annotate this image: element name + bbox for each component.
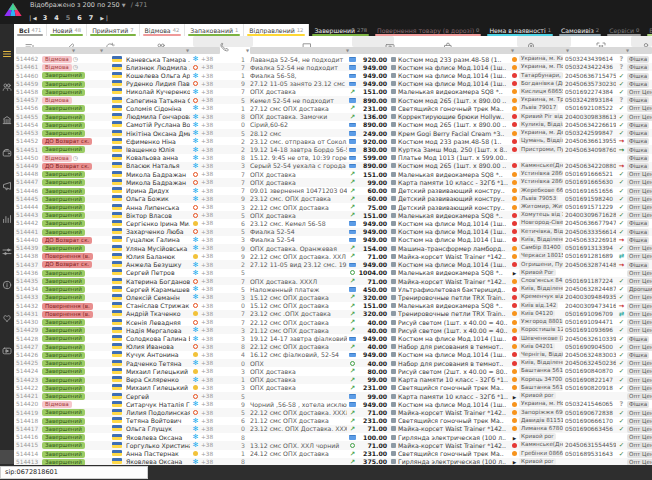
table-row[interactable]: 514433ЗавершенийОлексій Семанін✻+38315.1… [14,293,652,301]
barcode-icon[interactable] [596,37,606,47]
table-row[interactable]: 514432Повернення (в.Станіслав Стрижак+38… [14,302,652,310]
table-row[interactable]: 514439ЗавершенийУляна Мусійовська✻+389ОП… [14,244,652,252]
table-row[interactable]: 514446ЗавершенийИрина Дидух✻+38709.01 зв… [14,187,652,195]
table-row[interactable]: 514455ЗавершенийЛюдмила Гончарова✻+388ОП… [14,113,652,121]
page-number-6[interactable]: 6 [77,14,82,22]
tab-2[interactable]: Новий48 [47,24,87,36]
tab-3[interactable]: Прийнятий7 [87,24,139,36]
pencil-icon[interactable] [66,37,76,47]
page-number-3[interactable]: 3 [43,14,48,22]
filter-caret-icon[interactable]: ▼ [246,48,249,53]
table-row[interactable]: 514430ЗавершенийКсенія Левадняя+38722.12… [14,318,652,326]
clients-icon[interactable] [156,37,166,47]
sort-lines-icon[interactable] [25,37,35,47]
tab-9[interactable]: Нема в наявності1 [484,24,556,36]
filter-dropdown-bar[interactable] [250,47,652,54]
pin-icon[interactable] [526,37,536,47]
video-icon[interactable] [2,341,12,351]
page-number-5[interactable]: 5 [66,14,71,22]
table-row[interactable]: 514425ЗавершенийРадченко Тетяна✻+380ОПХ4… [14,359,652,367]
table-row[interactable]: 514453ЗавершенийНікітіна Оксана Дми..✻+3… [14,129,652,137]
table-row[interactable]: 514427ЗавершенийЮлия Иванова+38822.12 см… [14,343,652,351]
table-row[interactable]: 514454ЗавершенийСамотій Руслана Во..✻+38… [14,121,652,129]
filter-caret-icon[interactable]: ▼ [72,48,75,53]
manager-icon[interactable] [641,37,651,47]
table-row[interactable]: 514422ЗавершенийМихаил Гилецький+383ОПХ … [14,384,652,392]
sip-status-field[interactable]: sip:0672818601 [0,466,148,479]
table-row[interactable]: 514445ЗавершенийОльга Божик✻+38923.12 см… [14,195,652,203]
phone-icon[interactable] [219,37,229,47]
table-row[interactable]: 514426ЗавершенийКучук Антонина+38416.12 … [14,351,652,359]
table-row[interactable]: 514429ЗавершенийНадія Мергалова✻+38321.1… [14,326,652,334]
filter-dropdown-bar[interactable] [16,47,220,54]
filter-caret-icon[interactable]: ▼ [186,48,189,53]
sidebar-footer-button[interactable] [0,450,14,464]
table-row[interactable]: 514441ЗавершенийЗахарченко Люба+385Фиалк… [14,228,652,236]
tab-6[interactable]: Відправлений12 [244,24,309,36]
users-icon[interactable] [2,77,12,87]
table-row[interactable]: 514420ВідмоваСитарчук Наталія Гр..✻+389Ч… [14,400,652,408]
table-row[interactable]: 514451ЗавершенийІващенко Юлія✻+38219.12 … [14,145,652,153]
table-row[interactable]: 514434ЗавершенийСергей Карамышев✻+385Нал… [14,285,652,293]
info-icon[interactable] [2,275,12,285]
table-row[interactable]: 514415ЗавершенийГоргулько Христина..✻+38… [14,441,652,449]
tab-11[interactable]: Сервіси0 [604,24,644,36]
last-page-icon[interactable]: ▶▕ [100,15,106,21]
filter-caret-icon[interactable]: ▼ [511,48,514,53]
table-row[interactable]: 514431Повернення (в.Андрій Ткаченко+3872… [14,310,652,318]
page-number-7[interactable]: 7 [89,14,94,22]
table-row[interactable]: 514447ЗавершенийМикола Бадражан+387ОПХ д… [14,178,652,186]
bag-icon[interactable] [443,37,453,47]
first-page-icon[interactable]: ▏◀ [30,15,36,21]
filter-caret-icon[interactable]: ▼ [626,48,629,53]
filter-caret-icon[interactable]: ▼ [566,48,569,53]
table-row[interactable]: 514459ЗавершенийРуденко Лидия Пав..+3892… [14,80,652,88]
sliders-icon[interactable] [2,242,12,252]
payments-icon[interactable] [2,143,12,153]
table-row[interactable]: 514452ДО Возврат ск.Єфименко Ніна✻+38223… [14,137,652,145]
tab-5[interactable]: Запакований1 [185,24,244,36]
megaphone-icon[interactable] [2,176,12,186]
tab-1[interactable]: Всі471 [14,24,47,36]
table-row[interactable]: 514442ЗавершенийСергієнко Ірина Ми..+386… [14,219,652,227]
table-row[interactable]: 514437ДО Возврат ск.Анжела Безушку✻+3822… [14,260,652,268]
table-row[interactable]: 514414ЗавершенийАнна Пастернак+38124.12 … [14,450,652,458]
table-row[interactable]: 514438Повернення (в.Юлия Баланюк+38922.1… [14,252,652,260]
tab-10[interactable]: Самовивіз2 [556,24,604,36]
table-row[interactable]: 514460ЗавершенийКошелева Ольга Ар..✻+381… [14,71,652,79]
chart-icon[interactable] [2,209,12,219]
table-row[interactable]: 514440ДО Возврат ск.Гуцалюк Галина✻+383Ф… [14,236,652,244]
table-row[interactable]: 514423ЗавершенийВера Скляренко✻+381ОПХ д… [14,376,652,384]
table-row[interactable]: 514450Відмова◷Ковальова анна✻+38815.12. … [14,154,652,162]
table-row[interactable]: 514449ДО Возврат ск.Власюк Наталья✻+383С… [14,162,652,170]
table-row[interactable]: 514419ЗавершенийЛилия Подолинская+38522.… [14,408,652,416]
tab-7[interactable]: Завершений278 [309,24,372,36]
table-row[interactable]: 514428ЗавершенийСолодкова Галина В..✻+38… [14,334,652,342]
tab-4[interactable]: Відмова42 [140,24,186,36]
table-row[interactable]: 514462Відмова◷Каневська Тамара ..✻+381Ла… [14,55,652,63]
heart-icon[interactable] [2,308,12,318]
table-row[interactable]: 514436ЗавершенийСергей Петров✻+3851004.0… [14,269,652,277]
banknote-icon[interactable] [385,37,395,47]
table-row[interactable]: 514416ЗавершенийЯковлева Оксана✻+388100.… [14,433,652,441]
table-row[interactable]: 514424ЗавершенийМихаил Гилецький+383ОПХ … [14,367,652,375]
tab-12[interactable]: В дорозі додому0 [644,24,652,36]
page-size-dropdown[interactable]: ▼ [122,2,126,8]
page-number-4[interactable]: 4 [54,14,59,22]
building-icon[interactable] [2,110,12,120]
refresh-icon[interactable] [105,37,115,47]
table-row[interactable]: 514458ЗавершенийНиколай Кучеренко✻+387ОП… [14,88,652,96]
table-row[interactable]: 514443ЗавершенийВіктор Власов+385ОПХ дос… [14,211,652,219]
table-row[interactable]: 514418ЗавершенийТетяна Войтович✻+38621.1… [14,417,652,425]
filter-caret-icon[interactable]: ▼ [100,48,103,53]
chat-icon[interactable] [302,37,312,47]
table-row[interactable]: 514444ЗавершенийАнна Липенська+38322.12 … [14,203,652,211]
table-row[interactable]: 514461Відмова◷Близнюк Людмила ..+387Фиал… [14,63,652,71]
filter-caret-icon[interactable]: ▼ [346,48,349,53]
tab-8[interactable]: Повернення товару (в дорозі)0 [372,24,484,36]
table-row[interactable]: 514421ЗавершенийСергей+38599.00Карта пам… [14,392,652,400]
table-row[interactable]: 514457ВідмоваСапегина Татьяна С..+385Кем… [14,96,652,104]
table-row[interactable]: 514448ЗавершенийМикола Бадражан+387ОПХ д… [14,170,652,178]
table-row[interactable]: 514417ЗавершенийОльга Глущук✻+38023.12 с… [14,425,652,433]
orders-list-icon[interactable] [2,44,12,54]
